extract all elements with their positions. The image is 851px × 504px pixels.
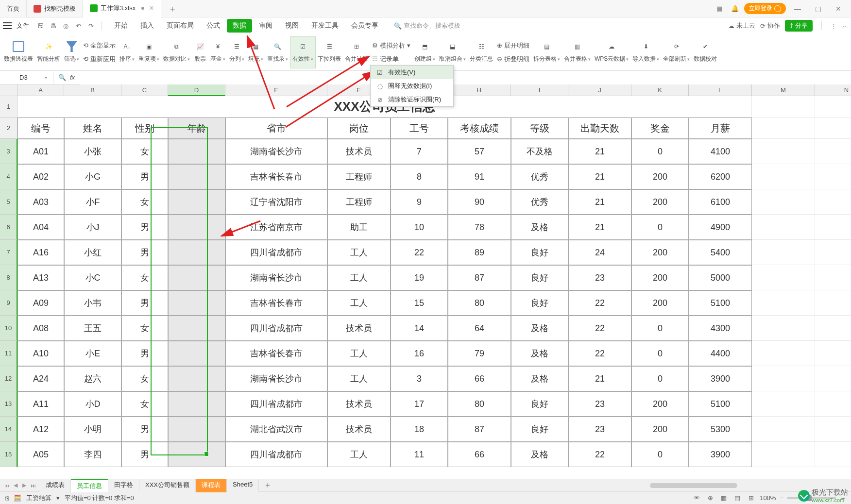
close-button[interactable]: ✕ — [830, 1, 847, 16]
header-cell[interactable]: 工号 — [391, 118, 448, 139]
dropdown-circle-invalid[interactable]: ◌圈释无效数据(I) — [371, 79, 453, 93]
data-cell[interactable]: 女 — [121, 316, 168, 341]
data-cell[interactable]: 及格 — [511, 366, 568, 391]
refresh-all-button[interactable]: ⟳全部刷新▾ — [661, 36, 692, 68]
row-header-7[interactable]: 7 — [0, 240, 17, 265]
data-cell[interactable]: 0 — [631, 366, 689, 391]
salary-icon[interactable]: 🧮 — [14, 494, 21, 502]
data-cell[interactable]: 四川省成都市 — [225, 391, 327, 417]
cell[interactable] — [752, 442, 815, 467]
row-header-13[interactable]: 13 — [0, 391, 17, 417]
data-cell[interactable]: 及格 — [511, 316, 568, 341]
import-data-button[interactable]: ⬇导入数据▾ — [630, 36, 661, 68]
data-cell[interactable]: 及格 — [511, 442, 568, 467]
data-cell[interactable]: 工人 — [327, 366, 391, 391]
data-cell[interactable]: 87 — [448, 417, 511, 442]
menu-tab-开始[interactable]: 开始 — [108, 19, 134, 33]
data-cell[interactable]: 女 — [121, 189, 168, 215]
data-cell[interactable]: 湖南省长沙市 — [225, 265, 327, 290]
cell[interactable] — [815, 96, 851, 118]
data-cell[interactable]: 男 — [121, 290, 168, 316]
data-cell[interactable]: 22 — [391, 240, 448, 265]
data-cell[interactable]: A24 — [17, 366, 64, 391]
data-cell[interactable]: 工人 — [327, 341, 391, 366]
form-button[interactable]: ☶记录单 — [370, 53, 412, 66]
sheet-nav-last[interactable]: ⏭ — [29, 482, 37, 489]
col-header-E[interactable]: E — [225, 84, 327, 96]
cell[interactable] — [815, 366, 851, 391]
data-cell[interactable]: 18 — [391, 417, 448, 442]
data-cell[interactable]: 四川省成都市 — [225, 316, 327, 341]
spreadsheet-grid[interactable]: ABCDEFGHIJKLMN 123456789101112131415 XXX… — [0, 84, 851, 479]
header-cell[interactable]: 月薪 — [689, 118, 752, 139]
data-cell[interactable]: 21 — [568, 164, 631, 189]
view-break-icon[interactable]: ⊞ — [746, 493, 756, 503]
data-cell[interactable]: 3 — [391, 366, 448, 391]
row-header-6[interactable]: 6 — [0, 215, 17, 240]
doc-icon[interactable]: ⎘ — [5, 494, 9, 502]
data-cell[interactable]: 及格 — [511, 341, 568, 366]
redo-icon[interactable]: ↷ — [85, 20, 96, 31]
cloud-button[interactable]: ☁未上云 — [728, 21, 755, 30]
center-icon[interactable]: ⊕ — [705, 493, 715, 503]
data-cell[interactable] — [168, 240, 225, 265]
data-cell[interactable]: 助工 — [327, 215, 391, 240]
data-cell[interactable]: 小C — [64, 265, 121, 290]
data-cell[interactable]: 22 — [568, 341, 631, 366]
header-cell[interactable]: 岗位 — [327, 118, 391, 139]
data-cell[interactable]: 4400 — [689, 341, 752, 366]
new-tab[interactable]: ＋ — [161, 0, 184, 17]
row-header-15[interactable]: 15 — [0, 442, 17, 467]
data-cell[interactable]: 6200 — [689, 164, 752, 189]
data-cell[interactable]: 91 — [448, 164, 511, 189]
data-cell[interactable]: 优秀 — [511, 189, 568, 215]
name-box[interactable]: D3▾ — [0, 71, 53, 84]
data-cell[interactable]: 良好 — [511, 391, 568, 417]
preview-icon[interactable]: ◎ — [60, 20, 71, 31]
data-cell[interactable]: 小E — [64, 341, 121, 366]
data-cell[interactable]: 吉林省长春市 — [225, 164, 327, 189]
view-normal-icon[interactable]: ▦ — [719, 493, 729, 503]
cell[interactable] — [752, 96, 815, 118]
data-cell[interactable]: A03 — [17, 189, 64, 215]
sheet-nav-first[interactable]: ⏮ — [3, 482, 11, 489]
data-cell[interactable]: 优秀 — [511, 164, 568, 189]
header-cell[interactable]: 奖金 — [631, 118, 689, 139]
menu-tab-公式[interactable]: 公式 — [201, 19, 226, 33]
data-cell[interactable]: 66 — [448, 366, 511, 391]
data-cell[interactable]: 良好 — [511, 265, 568, 290]
data-cell[interactable]: 22 — [568, 442, 631, 467]
sheet-tab-田字格[interactable]: 田字格 — [108, 479, 139, 492]
row-header-4[interactable]: 4 — [0, 164, 17, 189]
menu-tab-开发工具[interactable]: 开发工具 — [306, 19, 344, 33]
data-cell[interactable]: 10 — [391, 215, 448, 240]
cell[interactable] — [752, 366, 815, 391]
data-cell[interactable]: 女 — [121, 366, 168, 391]
zoom-label[interactable]: 100% — [760, 494, 776, 502]
data-cell[interactable]: 4100 — [689, 139, 752, 164]
data-cell[interactable]: 女 — [121, 139, 168, 164]
row-header-5[interactable]: 5 — [0, 189, 17, 215]
collapse-detail-button[interactable]: ⊖折叠明细 — [495, 53, 531, 66]
col-header-M[interactable]: M — [752, 84, 815, 96]
data-cell[interactable]: 23 — [568, 417, 631, 442]
data-cell[interactable]: 79 — [448, 341, 511, 366]
search-icon[interactable]: 🔍 — [58, 74, 66, 81]
menu-tab-插入[interactable]: 插入 — [135, 19, 160, 33]
consolidate-button[interactable]: ⊞合并计算 — [343, 36, 370, 68]
data-cell[interactable]: A08 — [17, 316, 64, 341]
maximize-button[interactable]: ▢ — [809, 1, 827, 16]
duplicates-button[interactable]: ▣重复项▾ — [136, 36, 161, 68]
cell[interactable] — [815, 417, 851, 442]
data-cell[interactable]: 男 — [121, 215, 168, 240]
data-cell[interactable]: A13 — [17, 265, 64, 290]
header-cell[interactable]: 出勤天数 — [568, 118, 631, 139]
cell[interactable] — [752, 391, 815, 417]
grid-icon[interactable]: ▦ — [713, 2, 726, 15]
col-header-C[interactable]: C — [121, 84, 168, 96]
menu-tab-会员专享[interactable]: 会员专享 — [345, 19, 384, 33]
data-cell[interactable]: 男 — [121, 164, 168, 189]
customize-menu[interactable]: ⋮ — [831, 22, 837, 30]
data-cell[interactable] — [168, 442, 225, 467]
data-cell[interactable]: 5100 — [689, 391, 752, 417]
